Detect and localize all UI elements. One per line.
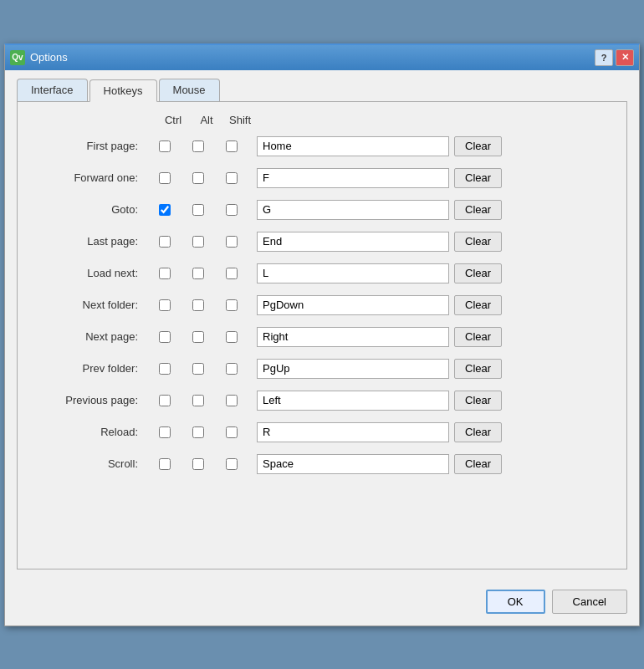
close-button[interactable]: ✕: [616, 49, 634, 66]
key-input-2[interactable]: [257, 200, 449, 220]
shift-cell-1: [215, 172, 248, 184]
key-input-0[interactable]: [257, 136, 449, 156]
ctrl-checkbox-8[interactable]: [159, 395, 171, 406]
alt-checkbox-9[interactable]: [192, 426, 204, 438]
hotkey-row: First page:Clear: [31, 133, 613, 160]
tab-bar: Interface Hotkeys Mouse: [17, 79, 627, 101]
shift-cell-2: [215, 204, 248, 216]
ctrl-cell-4: [148, 268, 181, 279]
shift-cell-8: [215, 395, 248, 406]
ctrl-checkbox-9[interactable]: [159, 426, 171, 438]
alt-checkbox-8[interactable]: [192, 395, 204, 406]
help-button[interactable]: ?: [595, 49, 613, 66]
ctrl-checkbox-2[interactable]: [159, 204, 171, 216]
key-input-9[interactable]: [257, 422, 449, 442]
checkboxes-0: [148, 140, 248, 152]
ctrl-checkbox-6[interactable]: [159, 331, 171, 343]
ctrl-checkbox-3[interactable]: [159, 236, 171, 248]
app-icon: Qv: [10, 50, 25, 65]
clear-button-6[interactable]: Clear: [454, 327, 502, 347]
ctrl-cell-8: [148, 395, 181, 406]
row-label-1: Forward one:: [31, 171, 148, 184]
shift-checkbox-3[interactable]: [226, 236, 238, 248]
checkboxes-3: [148, 236, 248, 248]
row-label-2: Goto:: [31, 203, 148, 216]
shift-checkbox-4[interactable]: [226, 268, 238, 279]
options-window: Qv Options ? ✕ Interface Hotkeys Mouse C…: [4, 43, 640, 626]
key-input-4[interactable]: [257, 263, 449, 283]
key-input-6[interactable]: [257, 327, 449, 347]
ctrl-checkbox-1[interactable]: [159, 172, 171, 184]
clear-button-2[interactable]: Clear: [454, 200, 502, 220]
clear-button-1[interactable]: Clear: [454, 168, 502, 188]
hotkeys-panel: Ctrl Alt Shift First page:ClearForward o…: [17, 101, 627, 569]
ctrl-checkbox-0[interactable]: [159, 140, 171, 152]
shift-checkbox-8[interactable]: [226, 395, 238, 406]
ctrl-cell-6: [148, 331, 181, 343]
checkboxes-4: [148, 268, 248, 279]
clear-button-10[interactable]: Clear: [454, 454, 502, 474]
alt-checkbox-2[interactable]: [192, 204, 204, 216]
ctrl-checkbox-7[interactable]: [159, 363, 171, 375]
hotkey-row: Previous page:Clear: [31, 387, 613, 414]
row-label-6: Next page:: [31, 330, 148, 343]
alt-cell-4: [181, 268, 215, 279]
shift-cell-0: [215, 140, 248, 152]
clear-button-5[interactable]: Clear: [454, 295, 502, 315]
clear-button-3[interactable]: Clear: [454, 232, 502, 252]
shift-checkbox-6[interactable]: [226, 331, 238, 343]
window-title: Options: [30, 51, 68, 64]
key-input-5[interactable]: [257, 295, 449, 315]
ok-button[interactable]: OK: [486, 590, 545, 614]
hotkey-row: Last page:Clear: [31, 228, 613, 255]
row-label-3: Last page:: [31, 235, 148, 248]
shift-cell-7: [215, 363, 248, 375]
clear-button-4[interactable]: Clear: [454, 263, 502, 283]
alt-cell-3: [181, 236, 215, 248]
row-label-8: Previous page:: [31, 394, 148, 406]
row-label-5: Next folder:: [31, 299, 148, 311]
cancel-button[interactable]: Cancel: [552, 590, 627, 614]
shift-checkbox-9[interactable]: [226, 426, 238, 438]
alt-checkbox-10[interactable]: [192, 458, 204, 470]
shift-checkbox-1[interactable]: [226, 172, 238, 184]
ctrl-checkbox-5[interactable]: [159, 299, 171, 311]
tab-interface[interactable]: Interface: [17, 79, 88, 101]
title-bar: Qv Options ? ✕: [5, 45, 639, 70]
alt-checkbox-5[interactable]: [192, 299, 204, 311]
title-buttons: ? ✕: [595, 49, 634, 66]
shift-checkbox-2[interactable]: [226, 204, 238, 216]
ctrl-checkbox-4[interactable]: [159, 268, 171, 279]
clear-button-9[interactable]: Clear: [454, 422, 502, 442]
alt-checkbox-1[interactable]: [192, 172, 204, 184]
clear-button-8[interactable]: Clear: [454, 391, 502, 411]
shift-checkbox-10[interactable]: [226, 458, 238, 470]
checkboxes-8: [148, 395, 248, 406]
shift-cell-5: [215, 299, 248, 311]
ctrl-cell-9: [148, 426, 181, 438]
alt-checkbox-4[interactable]: [192, 268, 204, 279]
ctrl-cell-1: [148, 172, 181, 184]
tab-mouse[interactable]: Mouse: [159, 79, 220, 101]
key-input-7[interactable]: [257, 359, 449, 379]
key-input-1[interactable]: [257, 168, 449, 188]
shift-checkbox-7[interactable]: [226, 363, 238, 375]
footer: OK Cancel: [5, 581, 639, 626]
checkboxes-2: [148, 204, 248, 216]
shift-checkbox-0[interactable]: [226, 140, 238, 152]
ctrl-checkbox-10[interactable]: [159, 458, 171, 470]
alt-cell-2: [181, 204, 215, 216]
key-input-10[interactable]: [257, 454, 449, 474]
shift-cell-10: [215, 458, 248, 470]
hotkey-row: Goto:Clear: [31, 197, 613, 223]
shift-checkbox-5[interactable]: [226, 299, 238, 311]
key-input-3[interactable]: [257, 232, 449, 252]
alt-checkbox-6[interactable]: [192, 331, 204, 343]
clear-button-0[interactable]: Clear: [454, 136, 502, 156]
alt-checkbox-0[interactable]: [192, 140, 204, 152]
alt-checkbox-3[interactable]: [192, 236, 204, 248]
clear-button-7[interactable]: Clear: [454, 359, 502, 379]
tab-hotkeys[interactable]: Hotkeys: [89, 79, 157, 102]
alt-checkbox-7[interactable]: [192, 363, 204, 375]
key-input-8[interactable]: [257, 391, 449, 411]
